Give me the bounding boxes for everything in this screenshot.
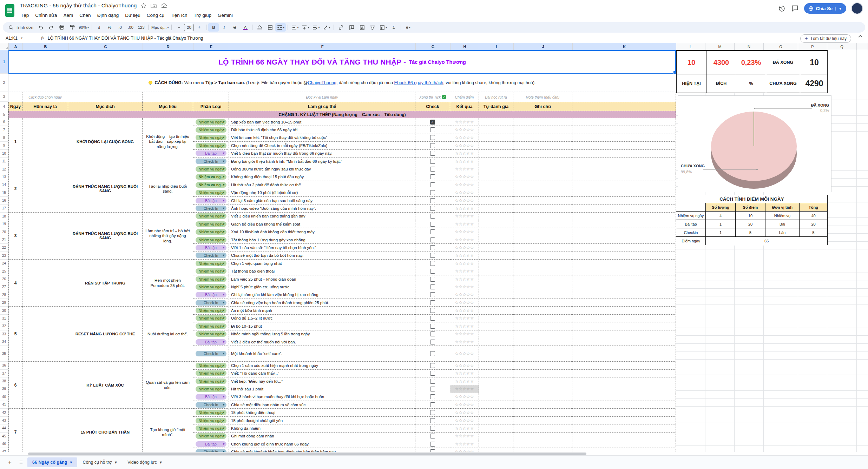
- sheet-tab-2[interactable]: Công cụ hỗ trợ▼: [78, 457, 122, 467]
- task-checkbox[interactable]: [430, 198, 435, 203]
- note-cell[interactable]: [513, 362, 572, 369]
- row-header-4[interactable]: 4: [0, 102, 8, 111]
- result-stars[interactable]: ☆☆☆☆☆: [450, 126, 479, 134]
- category-chip[interactable]: Bài tập▼: [196, 292, 226, 297]
- done-value[interactable]: 10: [800, 51, 828, 74]
- row-header-27[interactable]: 27: [0, 283, 8, 291]
- note-cell[interactable]: [513, 134, 572, 142]
- result-stars[interactable]: ☆☆☆☆☆: [450, 401, 479, 409]
- note-cell[interactable]: [513, 417, 572, 424]
- menu-item-3[interactable]: Xem: [60, 12, 77, 19]
- task-text[interactable]: Viết 1 câu vào sổ: “Hôm nay tôi chọn bìn…: [229, 244, 415, 252]
- task-checkbox[interactable]: [430, 449, 435, 452]
- category-chip[interactable]: Bài tập▼: [196, 394, 226, 400]
- extra-cell[interactable]: [572, 228, 676, 236]
- goal-cell[interactable]: Rèn một phiên Pomodoro 25 phút.: [143, 260, 193, 307]
- sheet-tab-3[interactable]: Video động lực▼: [123, 457, 167, 467]
- note-cell[interactable]: [513, 377, 572, 385]
- task-text[interactable]: Viết 3 hành vi bạn muốn thay đổi khi bực…: [229, 393, 415, 401]
- task-checkbox[interactable]: ✓: [430, 120, 435, 125]
- task-checkbox[interactable]: [430, 324, 435, 329]
- column-header-M[interactable]: M: [705, 43, 735, 50]
- menu-item-10[interactable]: Gemini: [215, 12, 236, 19]
- note-cell[interactable]: [513, 370, 572, 377]
- note-cell[interactable]: [513, 220, 572, 228]
- self-assess-cell[interactable]: [479, 448, 513, 452]
- category-chip[interactable]: Nhiệm vụ ngày▼: [196, 237, 226, 243]
- self-assess-cell[interactable]: [479, 267, 513, 275]
- result-stars[interactable]: ☆☆☆☆☆: [450, 173, 479, 181]
- result-stars[interactable]: ☆☆☆☆☆: [450, 181, 479, 189]
- self-assess-cell[interactable]: [479, 165, 513, 173]
- decrease-decimal-button[interactable]: .0: [115, 23, 125, 32]
- extra-cell[interactable]: [572, 385, 676, 393]
- task-text[interactable]: Chọn khung giờ cố định thực hành 66 ngày…: [229, 440, 415, 448]
- table-tools-button[interactable]: ▾: [378, 23, 388, 32]
- task-checkbox[interactable]: [430, 387, 435, 391]
- self-assess-cell[interactable]: [479, 189, 513, 197]
- row-header-3[interactable]: 3: [0, 92, 8, 102]
- note-cell[interactable]: [513, 244, 572, 252]
- result-stars[interactable]: ☆☆☆☆☆: [450, 134, 479, 142]
- row-header-11[interactable]: 11: [0, 158, 8, 165]
- extra-cell[interactable]: [572, 440, 676, 448]
- column-header-P[interactable]: P: [798, 43, 827, 50]
- usage-link[interactable]: ChaiyoThuong: [308, 80, 336, 85]
- task-text[interactable]: Viết: “Tôi đang cảm thấy...”: [229, 370, 415, 377]
- task-checkbox[interactable]: [430, 418, 435, 423]
- self-assess-cell[interactable]: [479, 142, 513, 149]
- result-stars[interactable]: ☆☆☆☆☆: [450, 299, 479, 307]
- extra-cell[interactable]: [572, 205, 676, 212]
- task-checkbox[interactable]: [430, 167, 435, 172]
- column-header-F[interactable]: F: [229, 43, 416, 50]
- note-cell[interactable]: [513, 433, 572, 440]
- row-header-15[interactable]: 15: [0, 189, 8, 197]
- note-cell[interactable]: [513, 448, 572, 452]
- create-filter-button[interactable]: [367, 23, 378, 32]
- task-text[interactable]: Đăng bài giới thiệu hành trình: “Mình bắ…: [229, 158, 415, 165]
- zoom-select[interactable]: 90%▾: [78, 23, 90, 32]
- self-assess-cell[interactable]: [479, 252, 513, 260]
- document-title[interactable]: TRACKING - 66 ngày thử thách - ChaiyoThu…: [20, 2, 137, 9]
- sheets-logo-icon[interactable]: [5, 4, 15, 17]
- purpose-cell[interactable]: ĐÁNH THỨC NĂNG LƯỢNG BUỔI SÁNG: [68, 165, 143, 212]
- column-header-I[interactable]: I: [479, 43, 514, 50]
- category-chip[interactable]: Nhiệm vụ ngày▼: [196, 308, 226, 313]
- category-chip[interactable]: Check In▼: [196, 206, 226, 211]
- column-header-G[interactable]: G: [416, 43, 451, 50]
- extra-cell[interactable]: [572, 409, 676, 416]
- note-cell[interactable]: [513, 440, 572, 448]
- task-checkbox[interactable]: [430, 206, 435, 211]
- select-all-button[interactable]: [0, 43, 9, 50]
- vertical-align-button[interactable]: ▾: [300, 23, 311, 32]
- column-header-H[interactable]: H: [451, 43, 479, 50]
- row-header-26[interactable]: 26: [0, 275, 8, 283]
- row-header-44[interactable]: 44: [0, 424, 8, 432]
- menu-item-4[interactable]: Chèn: [76, 12, 94, 19]
- task-checkbox[interactable]: [430, 277, 435, 282]
- note-cell[interactable]: [513, 385, 572, 393]
- format-percent-button[interactable]: %: [104, 23, 115, 32]
- share-button[interactable]: Chia Sẻ ▼: [804, 3, 846, 14]
- note-cell[interactable]: [513, 338, 572, 346]
- result-stars[interactable]: ☆☆☆☆☆: [450, 118, 479, 126]
- task-checkbox[interactable]: [430, 292, 435, 297]
- row-header-45[interactable]: 45: [0, 433, 8, 440]
- row-header-36[interactable]: 36: [0, 362, 8, 369]
- self-assess-cell[interactable]: [479, 370, 513, 377]
- completion-pie-chart[interactable]: ĐÃ XONG 0,2% CHƯA XONG 99,8%: [678, 95, 831, 192]
- row-header-13[interactable]: 13: [0, 173, 8, 181]
- extra-cell[interactable]: [572, 126, 676, 134]
- task-checkbox[interactable]: [430, 434, 435, 438]
- redo-button[interactable]: [46, 23, 57, 32]
- self-assess-cell[interactable]: [479, 330, 513, 338]
- note-cell[interactable]: [513, 126, 572, 134]
- extra-cell[interactable]: [572, 158, 676, 165]
- extra-cell[interactable]: [572, 197, 676, 205]
- row-header-38[interactable]: 38: [0, 377, 8, 385]
- goal-cell[interactable]: Làm nhẹ tâm trí – bỏ bớt những thứ gây n…: [143, 213, 193, 260]
- result-stars[interactable]: ☆☆☆☆☆: [450, 385, 479, 393]
- result-stars[interactable]: ☆☆☆☆☆: [450, 362, 479, 369]
- note-cell[interactable]: [513, 424, 572, 432]
- category-chip[interactable]: Nhiệm vụ ngày▼: [196, 213, 226, 219]
